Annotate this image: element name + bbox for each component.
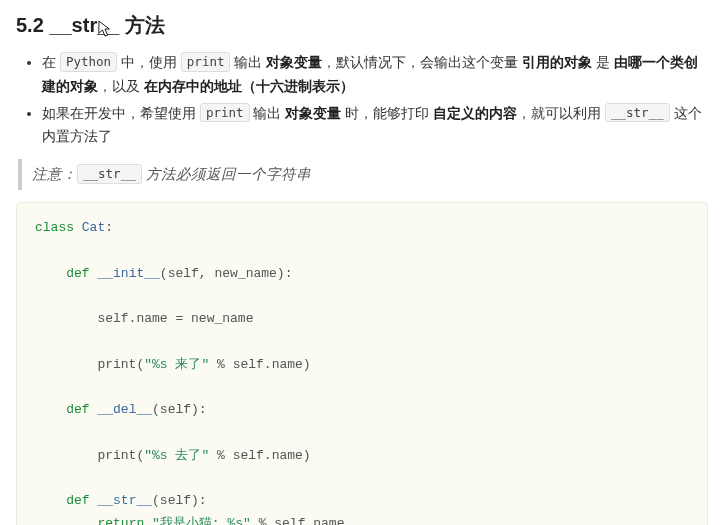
code-keyword: class <box>35 220 74 235</box>
text: 输出 <box>250 105 286 121</box>
section-heading: 5.2 __str__ 方法 <box>16 12 708 39</box>
code-text: (self): <box>152 493 207 508</box>
heading-number: 5.2 <box>16 14 44 36</box>
code-text: self.name = new_name <box>35 311 253 326</box>
inline-code: print <box>200 103 250 123</box>
text: 输出 <box>230 54 266 70</box>
code-string: "%s 去了" <box>144 448 209 463</box>
code-indent <box>35 493 66 508</box>
text: ，以及 <box>98 78 144 94</box>
text: 是 <box>592 54 614 70</box>
note-tail: 方法必须返回一个字符串 <box>142 166 311 182</box>
bold-text: 对象变量 <box>285 105 341 121</box>
code-keyword: def <box>66 402 89 417</box>
text: 时，能够打印 <box>341 105 433 121</box>
code-string: "我是小猫: %s" <box>152 516 251 525</box>
code-keyword: def <box>66 493 89 508</box>
note-lead: 注意： <box>32 166 77 182</box>
inline-code: __str__ <box>77 164 142 184</box>
inline-code: __str__ <box>605 103 670 123</box>
list-item: 如果在开发中，希望使用 print 输出 对象变量 时，能够打印 自定义的内容，… <box>42 102 708 150</box>
text: ，就可以利用 <box>517 105 605 121</box>
text: ，默认情况下，会输出这个变量 <box>322 54 522 70</box>
code-string: "%s 来了" <box>144 357 209 372</box>
heading-code: __str__ <box>49 14 119 36</box>
code-text <box>144 516 152 525</box>
code-text: (self, new_name): <box>160 266 293 281</box>
code-classname: Cat <box>74 220 105 235</box>
code-keyword: return <box>97 516 144 525</box>
bold-text: 引用的对象 <box>522 54 592 70</box>
inline-code: Python <box>60 52 117 72</box>
code-text: % self.name) <box>209 448 310 463</box>
text: 中，使用 <box>117 54 181 70</box>
code-indent <box>35 266 66 281</box>
text: 如果在开发中，希望使用 <box>42 105 200 121</box>
code-text: % self.name) <box>209 357 310 372</box>
code-func: __del__ <box>90 402 152 417</box>
code-func: __str__ <box>90 493 152 508</box>
list-item: 在 Python 中，使用 print 输出 对象变量，默认情况下，会输出这个变… <box>42 51 708 99</box>
code-indent <box>35 516 97 525</box>
code-keyword: def <box>66 266 89 281</box>
code-block: class Cat: def __init__(self, new_name):… <box>16 202 708 525</box>
code-text: : <box>105 220 113 235</box>
note-block: 注意：__str__ 方法必须返回一个字符串 <box>18 159 708 190</box>
code-text: (self): <box>152 402 207 417</box>
code-text: % self.name <box>251 516 345 525</box>
code-text: print( <box>35 357 144 372</box>
code-func: __init__ <box>90 266 160 281</box>
heading-tail: 方法 <box>125 14 165 36</box>
bold-text: 自定义的内容 <box>433 105 517 121</box>
code-text: print( <box>35 448 144 463</box>
text: 在 <box>42 54 60 70</box>
bullet-list: 在 Python 中，使用 print 输出 对象变量，默认情况下，会输出这个变… <box>16 51 708 149</box>
bold-text: 对象变量 <box>266 54 322 70</box>
inline-code: print <box>181 52 231 72</box>
bold-text: 在内存中的地址（十六进制表示） <box>144 78 354 94</box>
code-indent <box>35 402 66 417</box>
